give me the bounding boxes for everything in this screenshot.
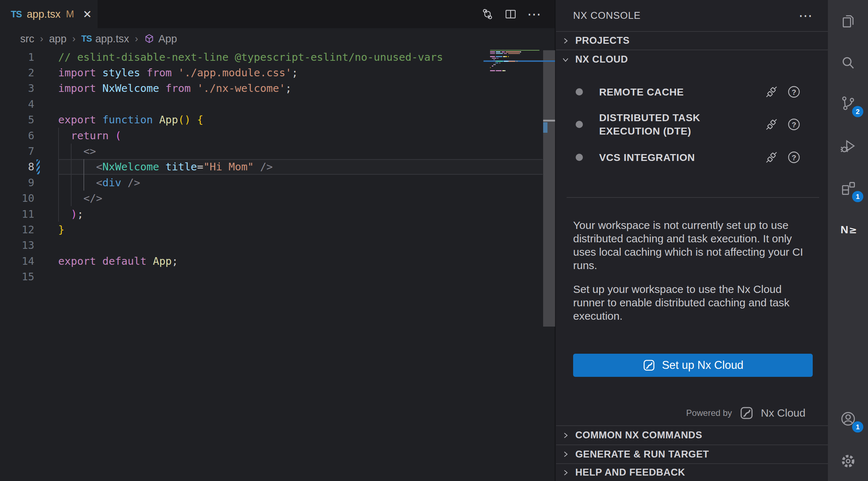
close-tab-icon[interactable]: ✕ xyxy=(83,8,92,21)
code-line[interactable]: 10 </> xyxy=(0,191,543,206)
minimap-token xyxy=(496,63,498,64)
minimap[interactable] xyxy=(489,50,542,75)
files-icon xyxy=(840,13,856,29)
code-line[interactable]: 7 <> xyxy=(0,143,543,159)
breadcrumb-symbol-app[interactable]: App xyxy=(144,33,177,45)
code-line[interactable]: 14export default App; xyxy=(0,253,543,269)
nx-cloud-logo-icon xyxy=(739,406,754,420)
minimap-token xyxy=(520,51,521,52)
activity-search[interactable] xyxy=(828,47,868,80)
breadcrumb-app[interactable]: app xyxy=(49,33,66,45)
activity-source-control[interactable]: 2 xyxy=(828,87,868,120)
code-line[interactable]: 5export function App() { xyxy=(0,112,543,128)
open-changes-icon[interactable] xyxy=(481,8,494,21)
nx-console-panel: NX CONSOLE ⋯ PROJECTS NX CLOUD REMOTE CA… xyxy=(556,0,828,481)
code-line-current[interactable]: 8 <NxWelcome title="Hi Mom" /> xyxy=(0,159,543,175)
editor-actions: ⋯ xyxy=(481,0,542,28)
line-number: 15 xyxy=(0,271,34,283)
section-projects[interactable]: PROJECTS xyxy=(556,31,828,50)
activity-run-debug[interactable] xyxy=(828,130,868,162)
code-line[interactable]: 3import NxWelcome from './nx-welcome'; xyxy=(0,81,543,96)
code-line[interactable]: 9 <div /> xyxy=(0,175,543,190)
minimap-token xyxy=(516,61,518,62)
section-generate-run-target[interactable]: GENERATE & RUN TARGET xyxy=(556,444,828,463)
feature-vcs-integration[interactable]: VCS INTEGRATION xyxy=(556,148,828,167)
minimap-token xyxy=(506,56,507,57)
section-common-nx-commands[interactable]: COMMON NX COMMANDS xyxy=(556,425,828,444)
help-icon[interactable] xyxy=(787,85,800,98)
code-line[interactable]: 15 xyxy=(0,269,543,284)
code-line[interactable]: 12} xyxy=(0,222,543,237)
nx-cloud-description: Your workspace is not currently set up t… xyxy=(573,218,813,323)
editor-more-actions-icon[interactable]: ⋯ xyxy=(527,6,542,22)
nx-logo-icon xyxy=(840,221,856,238)
line-number: 10 xyxy=(0,192,34,204)
divider xyxy=(567,197,819,198)
minimap-token xyxy=(509,61,515,62)
editor-scrollbar[interactable] xyxy=(543,50,555,327)
activity-explorer[interactable] xyxy=(828,5,868,37)
connect-plug-icon[interactable] xyxy=(765,85,778,98)
minimap-token xyxy=(493,64,496,65)
split-editor-icon[interactable] xyxy=(504,8,517,21)
chevron-right-icon xyxy=(562,37,570,45)
minimap-token xyxy=(496,61,503,62)
breadcrumb: src › app › TS app.tsx › App xyxy=(0,28,555,49)
minimap-token xyxy=(497,58,498,59)
panel-more-actions-icon[interactable]: ⋯ xyxy=(799,0,813,31)
code-line[interactable]: 11 ); xyxy=(0,206,543,222)
account-badge: 1 xyxy=(852,421,863,433)
section-help-and-feedback[interactable]: HELP AND FEEDBACK xyxy=(556,463,828,481)
minimap-token xyxy=(504,61,508,62)
activity-nx-console[interactable] xyxy=(828,213,868,246)
minimap-token xyxy=(519,53,520,54)
git-modified-badge: M xyxy=(66,9,74,20)
run-debug-icon xyxy=(840,138,856,154)
breadcrumb-separator: › xyxy=(72,33,76,44)
connect-plug-icon[interactable] xyxy=(765,151,778,164)
feature-remote-cache[interactable]: REMOTE CACHE xyxy=(556,82,828,101)
activity-bar: 2 1 1 xyxy=(828,0,868,481)
minimap-token xyxy=(490,51,495,52)
code-line[interactable]: 1// eslint-disable-next-line @typescript… xyxy=(0,49,543,65)
connect-plug-icon[interactable] xyxy=(765,118,778,131)
minimap-token xyxy=(493,65,493,67)
minimap-token xyxy=(496,56,502,57)
indent-guide xyxy=(71,144,72,206)
status-dot xyxy=(576,88,583,95)
activity-settings[interactable] xyxy=(828,445,868,477)
line-number: 4 xyxy=(0,98,34,110)
code-line[interactable]: 13 xyxy=(0,238,543,253)
line-number: 7 xyxy=(0,145,34,157)
status-dot xyxy=(576,154,583,161)
line-number: 6 xyxy=(0,129,34,142)
code-line[interactable]: 6 return ( xyxy=(0,128,543,143)
description-paragraph: Your workspace is not currently set up t… xyxy=(573,218,813,272)
code-line[interactable]: 4 xyxy=(0,96,543,112)
feature-distributed-task-execution[interactable]: DISTRIBUTED TASK EXECUTION (DTE) xyxy=(556,107,828,142)
activity-extensions[interactable]: 1 xyxy=(828,172,868,205)
symbol-cube-icon xyxy=(144,33,155,44)
code-editor[interactable]: 1// eslint-disable-next-line @typescript… xyxy=(0,49,543,285)
extensions-badge: 1 xyxy=(852,191,863,202)
minimap-token xyxy=(490,50,540,51)
overview-ruler-cursor-mark xyxy=(543,120,555,122)
breadcrumb-file[interactable]: TS app.tsx xyxy=(81,33,129,45)
breadcrumb-separator: › xyxy=(40,33,43,44)
help-icon[interactable] xyxy=(787,118,800,131)
breadcrumb-src[interactable]: src xyxy=(20,33,34,45)
line-number: 1 xyxy=(0,51,34,63)
setup-nx-cloud-button[interactable]: Set up Nx Cloud xyxy=(573,354,813,377)
code-line[interactable]: 2import styles from './app.module.css'; xyxy=(0,65,543,80)
minimap-token xyxy=(502,70,505,71)
help-icon[interactable] xyxy=(787,151,800,164)
description-paragraph: Set up your workspace to use the Nx Clou… xyxy=(573,282,813,323)
breadcrumb-separator: › xyxy=(135,33,138,44)
tab-app-tsx[interactable]: TS app.tsx M ✕ xyxy=(0,0,98,28)
nx-cloud-logo-icon xyxy=(643,359,656,372)
nx-cloud-brand-label: Nx Cloud xyxy=(761,407,805,419)
section-nx-cloud[interactable]: NX CLOUD xyxy=(556,50,828,69)
line-number: 9 xyxy=(0,176,34,189)
tab-bar: TS app.tsx M ✕ ⋯ xyxy=(0,0,555,28)
activity-account[interactable]: 1 xyxy=(828,403,868,435)
